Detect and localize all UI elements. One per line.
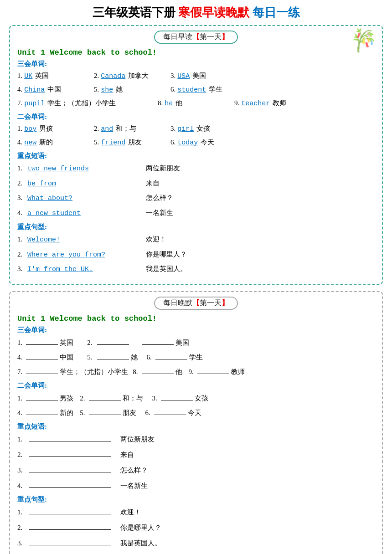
san-hui-row-1: 1. UK 英国 2. Canada 加拿大 3. USA 美国 [17, 70, 375, 82]
blank-friend [89, 415, 121, 415]
dict-er-hui-row-2: 4. 新的 5. 朋友 6. 今天 [17, 406, 375, 420]
blank-girl [161, 400, 193, 400]
blank-phrase-1 [29, 441, 111, 441]
title-red: 寒假早读晚默 [178, 6, 249, 19]
blank-sentence-2 [29, 529, 111, 530]
morning-section: 🎋 每日早读【第一天】 Unit 1 Welcome back to schoo… [9, 25, 383, 285]
vocab-friend: 5. friend 朋友 [94, 136, 158, 149]
vocab-student: 6. student 学生 [170, 83, 234, 96]
blank-uk [26, 344, 58, 345]
san-hui-row-2: 4. China 中国 5. she 她 6. student 学生 [17, 83, 375, 96]
evening-san-hui-title: 三会单词: [17, 326, 375, 334]
blank-she [97, 359, 129, 359]
evening-er-hui-title: 二会单词: [17, 381, 375, 390]
phrase-1: 1. two new friends 两位新朋友 [17, 162, 375, 176]
er-hui-row-2: 4. new 新的 5. friend 朋友 6. today 今天 [17, 136, 375, 149]
er-hui-title: 二会单词: [17, 113, 375, 121]
san-hui-title: 三会单词: [17, 60, 375, 68]
dict-phrase-3: 3. 怎么样？ [17, 463, 375, 477]
blank-china [26, 359, 58, 359]
morning-header: 每日早读【第一天】 [17, 31, 375, 44]
blank-new [26, 415, 58, 415]
vocab-uk: 1. UK 英国 [17, 70, 81, 82]
phrase-3: 3. What about? 怎么样？ [17, 191, 375, 205]
vocab-usa: 3. USA 美国 [170, 70, 234, 82]
vocab-pupil: 7. pupil 学生；（尤指）小学生 [17, 97, 145, 110]
title-prefix: 三年级英语下册 [93, 6, 175, 19]
sentence-1: 1. Welcome! 欢迎！ [17, 233, 375, 247]
blank-usa [142, 344, 174, 345]
phrase-title: 重点短语: [17, 152, 375, 160]
dict-sentence-1: 1. 欢迎！ [17, 505, 375, 519]
evening-sentence-title: 重点句型: [17, 495, 375, 504]
vocab-and: 2. and 和；与 [94, 123, 158, 135]
blank-sentence-1 [29, 514, 111, 514]
vocab-china: 4. China 中国 [17, 83, 81, 96]
san-hui-row-3: 7. pupil 学生；（尤指）小学生 8. he 他 9. teacher 教… [17, 97, 375, 110]
evening-unit-title: Unit 1 Welcome back to school! [17, 314, 375, 323]
vocab-today: 6. today 今天 [170, 136, 234, 149]
blank-canada [97, 344, 129, 345]
phrase-2: 2. be from 来自 [17, 177, 375, 191]
title-blue: 每日一练 [253, 6, 300, 19]
blank-phrase-4 [29, 487, 111, 488]
dict-phrase-4: 4. 一名新生 [17, 479, 375, 492]
er-hui-row-1: 1. boy 男孩 2. and 和；与 3. girl 女孩 [17, 123, 375, 135]
dict-phrase-1: 1. 两位新朋友 [17, 432, 375, 446]
dict-sentence-3: 3. 我是英国人。 [17, 536, 375, 550]
vocab-he: 8. he 他 [158, 97, 222, 110]
dict-phrase-2: 2. 来自 [17, 448, 375, 462]
blank-today [154, 415, 186, 415]
morning-unit-title: Unit 1 Welcome back to school! [17, 48, 375, 57]
vocab-boy: 1. boy 男孩 [17, 123, 81, 135]
dict-san-hui-row-2: 4. 中国 5. 她 6. 学生 [17, 350, 375, 364]
vocab-canada: 2. Canada 加拿大 [94, 70, 158, 82]
dict-er-hui-row-1: 1. 男孩 2. 和；与 3. 女孩 [17, 391, 375, 405]
blank-pupil [26, 374, 58, 374]
vocab-new: 4. new 新的 [17, 136, 81, 149]
vocab-she: 5. she 她 [94, 83, 158, 96]
blank-and [89, 400, 121, 400]
dict-sentence-2: 2. 你是哪里人？ [17, 521, 375, 534]
blank-phrase-2 [29, 457, 111, 457]
dict-san-hui-row-3: 7. 学生；（尤指）小学生 8. 他 9. 教师 [17, 365, 375, 379]
vocab-girl: 3. girl 女孩 [170, 123, 234, 135]
sentence-2: 2. Where are you from? 你是哪里人？ [17, 248, 375, 262]
blank-he [142, 374, 174, 374]
vocab-teacher: 9. teacher 教师 [234, 97, 298, 110]
morning-header-label: 每日早读【第一天】 [154, 31, 238, 44]
evening-phrase-title: 重点短语: [17, 422, 375, 431]
blank-boy [26, 400, 58, 400]
page-title: 三年级英语下册 寒假早读晚默 每日一练 [9, 5, 383, 21]
blank-sentence-3 [29, 545, 111, 545]
dict-san-hui-row-1: 1. 英国 2. 美国 [17, 336, 375, 349]
blank-student [155, 359, 187, 359]
sentence-title: 重点句型: [17, 223, 375, 231]
blank-phrase-3 [29, 472, 111, 472]
evening-section: 每日晚默【第一天】 Unit 1 Welcome back to school!… [9, 291, 383, 554]
bamboo-decoration: 🎋 [350, 30, 377, 51]
evening-header-label: 每日晚默【第一天】 [154, 297, 238, 310]
blank-teacher [197, 374, 229, 374]
phrase-4: 4. a new student 一名新生 [17, 206, 375, 221]
sentence-3: 3. I'm from the UK. 我是英国人。 [17, 262, 375, 277]
evening-header: 每日晚默【第一天】 [17, 297, 375, 310]
